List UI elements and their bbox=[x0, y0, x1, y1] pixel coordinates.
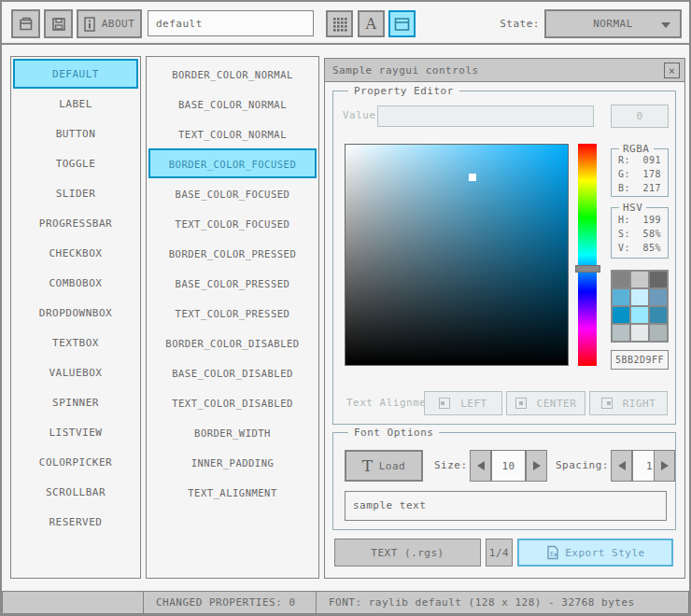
style-color-swatches bbox=[611, 270, 669, 343]
size-value-box[interactable]: 10 bbox=[491, 450, 526, 482]
property-item[interactable]: BASE_COLOR_DISABLED bbox=[147, 357, 318, 387]
property-item[interactable]: BORDER_COLOR_NORMAL bbox=[147, 59, 318, 89]
control-item-reserved[interactable]: RESERVED bbox=[11, 507, 140, 537]
font-load-button[interactable]: T Load bbox=[345, 450, 423, 482]
property-item[interactable]: BORDER_COLOR_PRESSED bbox=[147, 238, 318, 268]
style-table-mode-button[interactable] bbox=[326, 10, 353, 37]
control-item-default[interactable]: DEFAULT bbox=[13, 59, 138, 89]
control-item-toggle[interactable]: TOGGLE bbox=[11, 148, 140, 178]
spacing-decrement-button[interactable] bbox=[611, 450, 632, 482]
control-item-colorpicker[interactable]: COLORPICKER bbox=[11, 447, 140, 477]
format-counter-button[interactable]: 1/4 bbox=[486, 539, 513, 567]
swatch-base-normal[interactable] bbox=[631, 272, 648, 287]
swatch-text-disabled[interactable] bbox=[650, 325, 667, 341]
toolbar: ABOUT A State: NORMAL bbox=[2, 2, 689, 45]
style-name-input[interactable] bbox=[148, 10, 314, 36]
save-style-button[interactable] bbox=[44, 9, 73, 38]
open-style-button[interactable] bbox=[11, 9, 40, 38]
property-item[interactable]: INNER_PADDING bbox=[147, 447, 318, 477]
controls-listbox: DEFAULT LABEL BUTTON TOGGLE SLIDER PROGR… bbox=[10, 56, 141, 579]
swatch-border-focused[interactable] bbox=[613, 289, 629, 305]
swatch-text-normal[interactable] bbox=[650, 272, 667, 287]
hex-value-box[interactable]: 5BB2D9FF bbox=[611, 350, 669, 370]
arrow-right-icon bbox=[533, 461, 541, 470]
control-item-button[interactable]: BUTTON bbox=[11, 119, 140, 148]
control-item-textbox[interactable]: TEXTBOX bbox=[11, 328, 140, 357]
g-value: 178 bbox=[642, 167, 661, 181]
swatch-border-pressed[interactable] bbox=[613, 307, 629, 323]
align-right-icon bbox=[601, 398, 613, 409]
align-right-button[interactable]: RIGHT bbox=[589, 391, 668, 415]
property-item[interactable]: TEXT_COLOR_NORMAL bbox=[147, 119, 318, 148]
hue-bar[interactable] bbox=[578, 144, 597, 366]
value-input[interactable] bbox=[377, 105, 594, 127]
property-item[interactable]: TEXT_ALIGNMENT bbox=[147, 477, 318, 507]
state-dropdown[interactable]: NORMAL bbox=[544, 9, 682, 38]
property-item[interactable]: BORDER_COLOR_DISABLED bbox=[147, 328, 318, 357]
property-editor-group: Property Editor Value: 0 RGBA R:091 G:17… bbox=[332, 91, 676, 425]
property-item[interactable]: BORDER_WIDTH bbox=[147, 417, 318, 447]
property-item[interactable]: TEXT_COLOR_PRESSED bbox=[147, 298, 318, 328]
swatch-base-pressed[interactable] bbox=[631, 307, 648, 323]
swatch-base-disabled[interactable] bbox=[631, 325, 648, 341]
value-button[interactable]: 0 bbox=[611, 105, 669, 128]
property-item[interactable]: BASE_COLOR_FOCUSED bbox=[147, 178, 318, 208]
size-decrement-button[interactable] bbox=[470, 450, 491, 482]
swatch-text-focused[interactable] bbox=[650, 289, 667, 305]
controls-preview-mode-button[interactable] bbox=[388, 10, 416, 37]
swatch-text-pressed[interactable] bbox=[650, 307, 667, 323]
control-item-dropdownbox[interactable]: DROPDOWNBOX bbox=[11, 298, 140, 328]
hex-value: 5BB2D9FF bbox=[615, 355, 664, 365]
align-left-icon bbox=[439, 398, 450, 409]
font-A-icon: A bbox=[365, 17, 376, 32]
control-item-spinner[interactable]: SPINNER bbox=[11, 387, 140, 417]
changed-properties-text: CHANGED PROPERTIES: 0 bbox=[156, 596, 296, 609]
grid-icon bbox=[332, 17, 347, 32]
control-item-checkbox[interactable]: CHECKBOX bbox=[11, 238, 140, 268]
property-item[interactable]: TEXT_COLOR_FOCUSED bbox=[147, 208, 318, 238]
property-item[interactable]: BASE_COLOR_NORMAL bbox=[147, 89, 318, 119]
folder-icon bbox=[18, 16, 35, 33]
property-item-selected[interactable]: BORDER_COLOR_FOCUSED bbox=[148, 148, 317, 178]
control-item-progressbar[interactable]: PROGRESSBAR bbox=[11, 208, 140, 238]
color-sv-panel[interactable] bbox=[345, 144, 569, 366]
align-center-button[interactable]: CENTER bbox=[506, 391, 585, 415]
spacing-increment-button[interactable] bbox=[654, 450, 675, 482]
control-item-slider[interactable]: SLIDER bbox=[11, 178, 140, 208]
sample-window-title: Sample raygui controls bbox=[332, 64, 479, 77]
control-item-valuebox[interactable]: VALUEBOX bbox=[11, 357, 140, 387]
swatch-base-focused[interactable] bbox=[631, 289, 648, 305]
control-item-label[interactable]: LABEL bbox=[11, 89, 140, 119]
close-button[interactable]: × bbox=[664, 63, 680, 78]
property-item[interactable]: BASE_COLOR_PRESSED bbox=[147, 268, 318, 298]
status-changed-properties: CHANGED PROPERTIES: 0 bbox=[143, 591, 317, 614]
control-item-scrollbar[interactable]: SCROLLBAR bbox=[11, 477, 140, 507]
export-format-button[interactable]: TEXT (.rgs) bbox=[334, 539, 481, 567]
hue-slider-handle[interactable] bbox=[575, 265, 600, 273]
export-format-label: TEXT (.rgs) bbox=[371, 547, 444, 559]
color-selector-marker[interactable] bbox=[469, 174, 476, 181]
v-label: V: bbox=[618, 241, 630, 255]
sample-text: sample text bbox=[353, 499, 426, 511]
control-item-listview[interactable]: LISTVIEW bbox=[11, 417, 140, 447]
h-label: H: bbox=[618, 213, 630, 227]
sample-window-titlebar[interactable]: Sample raygui controls × bbox=[325, 59, 684, 82]
b-label: B: bbox=[618, 181, 630, 195]
font-mode-button[interactable]: A bbox=[358, 10, 385, 37]
arrow-left-icon bbox=[618, 461, 626, 470]
hsv-group-label: HSV bbox=[619, 201, 646, 215]
swatch-border-disabled[interactable] bbox=[613, 325, 629, 341]
v-value: 85% bbox=[642, 241, 661, 255]
control-item-combobox[interactable]: COMBOBOX bbox=[11, 268, 140, 298]
s-value: 58% bbox=[642, 227, 661, 241]
rgba-group-label: RGBA bbox=[619, 142, 654, 156]
export-style-button[interactable]: E Export Style bbox=[517, 539, 673, 567]
property-item[interactable]: TEXT_COLOR_DISABLED bbox=[147, 387, 318, 417]
size-increment-button[interactable] bbox=[526, 450, 547, 482]
sample-text-box[interactable]: sample text bbox=[345, 491, 667, 521]
format-counter: 1/4 bbox=[489, 547, 509, 559]
about-button[interactable]: ABOUT bbox=[77, 9, 142, 38]
align-center-label: CENTER bbox=[537, 398, 577, 410]
align-left-button[interactable]: LEFT bbox=[424, 391, 502, 415]
swatch-border-normal[interactable] bbox=[613, 272, 629, 287]
